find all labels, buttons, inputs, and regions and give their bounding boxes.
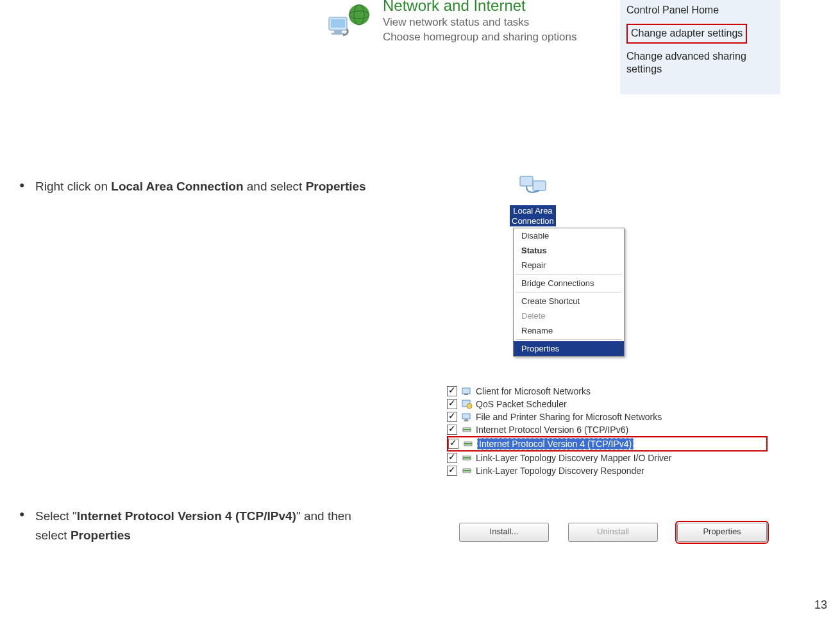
text-fragment: Select "	[35, 509, 77, 523]
props-list-item[interactable]: Internet Protocol Version 4 (TCP/IPv4)	[447, 436, 768, 452]
menu-item-status[interactable]: Status	[514, 243, 624, 258]
network-internet-title[interactable]: Network and Internet	[383, 0, 526, 15]
checkbox-icon[interactable]	[447, 412, 457, 422]
text-bold-ipv4: Internet Protocol Version 4 (TCP/IPv4)	[77, 509, 296, 523]
text-fragment: select	[35, 528, 71, 542]
svg-rect-7	[520, 176, 533, 186]
text-fragment: " and then	[296, 509, 351, 523]
context-menu: Disable Status Repair Bridge Connections…	[513, 228, 625, 357]
menu-item-disable[interactable]: Disable	[514, 228, 624, 243]
sidebar-change-advanced-sharing[interactable]: Change advanced sharing settings	[626, 50, 774, 77]
svg-point-12	[467, 403, 472, 409]
instruction-right-click-lac: Right click on Local Area Connection and…	[19, 180, 468, 194]
props-list-item[interactable]: Link-Layer Topology Discovery Mapper I/O…	[447, 452, 768, 464]
svg-rect-8	[533, 181, 546, 190]
props-list-item[interactable]: File and Printer Sharing for Microsoft N…	[447, 410, 768, 423]
proto-icon	[462, 439, 474, 449]
homegroup-sharing-link[interactable]: Choose homegroup and sharing options	[383, 31, 576, 44]
share-icon	[461, 412, 473, 422]
props-list-item[interactable]: Internet Protocol Version 6 (TCP/IPv6)	[447, 423, 768, 436]
proto-icon	[461, 466, 473, 476]
checkbox-icon[interactable]	[447, 425, 457, 435]
menu-item-repair[interactable]: Repair	[514, 258, 624, 273]
props-item-label: File and Printer Sharing for Microsoft N…	[476, 412, 662, 422]
props-item-label: Link-Layer Topology Discovery Mapper I/O…	[476, 453, 672, 463]
properties-buttons-row: Install... Uninstall Properties	[459, 523, 767, 542]
install-button[interactable]: Install...	[459, 523, 549, 542]
props-list-item[interactable]: QoS Packet Scheduler	[447, 398, 768, 410]
checkbox-icon[interactable]	[447, 399, 457, 409]
props-item-label: QoS Packet Scheduler	[476, 399, 567, 409]
menu-separator	[516, 339, 622, 340]
connection-properties-list: Client for Microsoft NetworksQoS Packet …	[447, 385, 768, 477]
props-item-label: Internet Protocol Version 6 (TCP/IPv6)	[476, 425, 628, 435]
network-globe-icon	[324, 3, 375, 42]
network-adapter-icon	[510, 173, 556, 205]
page-number: 13	[814, 598, 827, 612]
menu-item-delete: Delete	[514, 308, 624, 323]
view-network-status-link[interactable]: View network status and tasks	[383, 16, 529, 29]
checkbox-icon[interactable]	[447, 386, 457, 396]
menu-item-bridge[interactable]: Bridge Connections	[514, 276, 624, 291]
props-list-item[interactable]: Link-Layer Topology Discovery Responder	[447, 464, 768, 477]
sidebar-change-adapter-settings[interactable]: Change adapter settings	[626, 24, 774, 44]
menu-separator	[516, 292, 622, 292]
svg-rect-10	[464, 394, 468, 395]
text-bold-properties: Properties	[306, 180, 366, 193]
text-fragment: and select	[244, 180, 306, 193]
svg-rect-13	[462, 414, 470, 419]
props-item-label: Internet Protocol Version 4 (TCP/IPv4)	[477, 438, 634, 450]
svg-rect-4	[331, 19, 345, 28]
local-area-connection-item[interactable]: Local Area Connection	[510, 173, 556, 227]
svg-point-0	[349, 4, 369, 25]
checkbox-icon[interactable]	[447, 466, 457, 476]
client-icon	[461, 386, 473, 396]
proto-icon	[461, 425, 473, 435]
checkbox-icon[interactable]	[448, 439, 458, 449]
props-list-item[interactable]: Client for Microsoft Networks	[447, 385, 768, 398]
local-area-connection-label: Local Area Connection	[510, 205, 556, 226]
checkbox-icon[interactable]	[447, 453, 457, 463]
text-bold-lac: Local Area Connection	[111, 180, 243, 193]
qos-icon	[461, 399, 473, 409]
control-panel-sidebar: Control Panel Home Change adapter settin…	[620, 0, 780, 94]
text-fragment: Right click on	[35, 180, 111, 193]
sidebar-control-panel-home[interactable]: Control Panel Home	[626, 4, 774, 17]
svg-rect-5	[334, 30, 342, 33]
menu-item-properties[interactable]: Properties	[514, 341, 624, 356]
lac-label-line2: Connection	[512, 216, 554, 226]
lac-label-line1: Local Area	[513, 206, 552, 216]
proto-icon	[461, 453, 473, 463]
props-item-label: Client for Microsoft Networks	[476, 386, 591, 396]
highlighted-change-adapter[interactable]: Change adapter settings	[626, 24, 747, 44]
menu-item-create-shortcut[interactable]: Create Shortcut	[514, 294, 624, 308]
text-bold-properties: Properties	[71, 528, 131, 542]
svg-rect-6	[332, 33, 344, 35]
instruction-select-ipv4: Select "Internet Protocol Version 4 (TCP…	[19, 507, 430, 546]
menu-separator	[516, 274, 622, 275]
menu-item-rename[interactable]: Rename	[514, 323, 624, 338]
uninstall-button: Uninstall	[568, 523, 658, 542]
properties-button[interactable]: Properties	[677, 523, 767, 542]
svg-rect-9	[462, 388, 470, 394]
props-item-label: Link-Layer Topology Discovery Responder	[476, 466, 644, 476]
